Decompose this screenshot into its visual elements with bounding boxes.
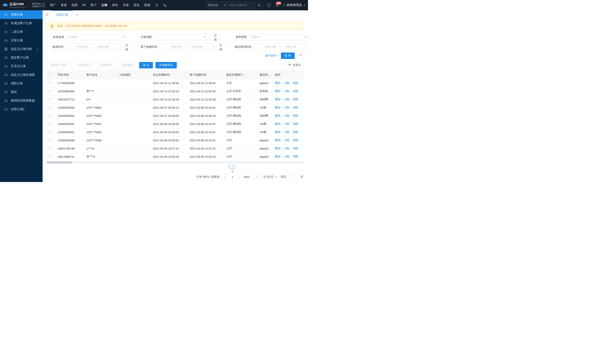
row-claim[interactable]: 领取 <box>293 97 298 101</box>
row-checkbox[interactable] <box>49 139 52 142</box>
row-assign[interactable]: 分配 <box>284 130 290 134</box>
table-row[interactable]: 13300000092133****00922021-04-07 00:00:1… <box>46 104 304 112</box>
bulk-claim-button[interactable]: 批量领取 <box>97 62 116 68</box>
row-claim[interactable]: 领取 <box>293 155 298 158</box>
sidebar-item[interactable]: 自定义公海分组 <box>0 45 43 53</box>
page-last[interactable]: 6882 <box>242 174 251 180</box>
row-delete[interactable]: 删除 <box>275 114 281 118</box>
tab-add-button[interactable]: ＋ <box>73 10 81 19</box>
table-row[interactable]: 14621837712h*h2021-04-13 22:30:392021-04… <box>46 95 304 104</box>
table-row[interactable]: 13300000091133****00912021-04-06 20:00:0… <box>46 120 304 128</box>
topnav-item[interactable]: IM <box>82 3 86 7</box>
row-claim[interactable]: 领取 <box>293 130 298 134</box>
topnav-item[interactable]: 推广 <box>50 3 56 7</box>
topnav-item[interactable]: 数据 <box>144 3 150 7</box>
row-delete[interactable]: 删除 <box>275 81 281 85</box>
sidebar-item[interactable]: 测试昨日回库数据 <box>0 96 43 105</box>
abandon-type-select[interactable]: 请选择 <box>249 34 308 40</box>
row-delete[interactable]: 删除 <box>275 106 281 109</box>
add-user-icon[interactable] <box>155 3 159 7</box>
table-row[interactable]: 15601799749s****st2021-04-06 14:47:33202… <box>46 144 304 153</box>
row-claim[interactable]: 领取 <box>293 114 298 118</box>
row-claim[interactable]: 领取 <box>293 138 298 142</box>
abandon-time-range[interactable]: 开始日期~结束日期 <box>66 43 120 50</box>
sidebar-item[interactable]: 全部公海2 <box>0 105 43 114</box>
sidebar-item[interactable]: 注安公海 <box>0 36 43 45</box>
sidebar-item[interactable]: 全部公海 <box>0 10 43 19</box>
row-checkbox[interactable] <box>49 122 52 125</box>
table-row[interactable]: 13300000092133****00922021-04-07 00:00:0… <box>46 112 304 120</box>
topnav-item[interactable]: 客户 <box>90 3 97 7</box>
set-columns-button[interactable]: 设置列 <box>285 62 304 68</box>
bell-icon[interactable]: 99+ <box>275 3 279 7</box>
table-row[interactable]: 13300000090133****00902021-04-06 20:00:0… <box>46 136 304 144</box>
col-checkbox[interactable] <box>46 71 55 79</box>
page-prev-button[interactable]: ‹ <box>222 174 227 180</box>
sidebar-item[interactable]: 二咨公海 <box>0 27 43 36</box>
row-checkbox[interactable] <box>49 114 52 117</box>
row-checkbox[interactable] <box>49 106 52 109</box>
row-claim[interactable]: 领取 <box>293 81 298 85</box>
row-checkbox[interactable] <box>49 90 52 92</box>
row-checkbox[interactable] <box>49 155 52 158</box>
row-delete[interactable]: 删除 <box>275 130 281 134</box>
row-assign[interactable]: 分配 <box>284 122 290 126</box>
topnav-item[interactable]: 报名 <box>134 3 140 7</box>
topnav-item[interactable]: 公海 <box>101 3 107 7</box>
row-assign[interactable]: 分配 <box>284 89 290 93</box>
table-row[interactable]: 13300000091133****00912021-04-06 20:00:0… <box>46 128 304 136</box>
row-checkbox[interactable] <box>49 147 52 150</box>
assign-dept-button[interactable]: 分配到部门 <box>73 62 94 68</box>
region-null-button[interactable]: 空值 <box>210 34 220 40</box>
create-time-range[interactable]: 开始日期~结束日期 <box>160 43 214 50</box>
row-assign[interactable]: 分配 <box>284 106 290 109</box>
row-delete[interactable]: 删除 <box>275 146 281 150</box>
row-delete[interactable]: 删除 <box>275 122 281 126</box>
sidebar-item[interactable]: 成交客户公海 <box>0 53 43 62</box>
tablet-icon[interactable] <box>267 3 271 7</box>
phone-icon[interactable] <box>163 3 167 7</box>
tab-menu-icon[interactable] <box>43 10 51 19</box>
horizontal-scrollbar[interactable] <box>46 161 304 164</box>
create-time-null-button[interactable]: 空值 <box>216 43 226 50</box>
export-button[interactable]: 导 出 <box>139 62 153 68</box>
row-checkbox[interactable] <box>49 98 52 101</box>
table-row[interactable]: 18511888741安****a2021-04-06 10:54:192021… <box>46 153 304 161</box>
row-claim[interactable]: 领取 <box>293 89 298 93</box>
topnav-item[interactable]: 线索 <box>72 3 78 7</box>
page-jump-input[interactable] <box>288 174 298 180</box>
row-assign[interactable]: 分配 <box>284 155 290 158</box>
row-claim[interactable]: 领取 <box>293 146 298 150</box>
region-select[interactable] <box>154 34 208 40</box>
topnav-item[interactable]: 客服 <box>61 3 67 7</box>
row-assign[interactable]: 分配 <box>284 114 290 118</box>
topnav-item[interactable]: 学服 <box>123 3 129 7</box>
expand-filters-link[interactable]: 展开条件 <box>265 54 279 58</box>
page-size-select[interactable]: 10 条/页 <box>261 174 279 180</box>
row-checkbox[interactable] <box>49 130 52 133</box>
row-delete[interactable]: 删除 <box>275 155 281 158</box>
topnav-item[interactable]: 财务 <box>112 3 118 7</box>
sidebar-item[interactable]: 消防公海 <box>0 79 43 88</box>
row-checkbox[interactable] <box>49 81 52 84</box>
row-assign[interactable]: 分配 <box>284 81 290 85</box>
row-assign[interactable]: 分配 <box>284 146 290 150</box>
logo[interactable]: 云朵CRM www.yunduocrm.com 教育机构一站 式服务云平台 <box>3 2 45 8</box>
sidebar-item[interactable]: 非成交客户公海 <box>0 19 43 27</box>
tab-all-pool[interactable]: 全部公海 <box>51 10 73 19</box>
query-button[interactable]: 查 询 <box>281 52 295 59</box>
page-next-button[interactable]: › <box>254 174 259 180</box>
sidebar-item[interactable]: 自定义公海过滤器 <box>0 71 43 79</box>
abandon-time-null-button[interactable]: 空值 <box>122 43 132 50</box>
row-delete[interactable]: 删除 <box>275 138 281 142</box>
table-row[interactable]: 15263663656客***12021-04-13 22:50:202021-… <box>46 87 304 95</box>
row-assign[interactable]: 分配 <box>284 138 290 142</box>
bulk-delete-button[interactable]: 批量删除 <box>118 62 137 68</box>
sidebar-item[interactable]: 五月天公海 <box>0 62 43 71</box>
row-assign[interactable]: 分配 <box>284 97 290 101</box>
row-delete[interactable]: 删除 <box>275 97 281 101</box>
search-type-select[interactable]: 手机号码 <box>206 2 227 8</box>
search-input[interactable] <box>227 2 255 8</box>
assign-mgr-button[interactable]: 分配客户经理 <box>46 62 71 68</box>
table-row[interactable]: 177000000092021-04-20 11:39:442021-04-20… <box>46 79 304 87</box>
